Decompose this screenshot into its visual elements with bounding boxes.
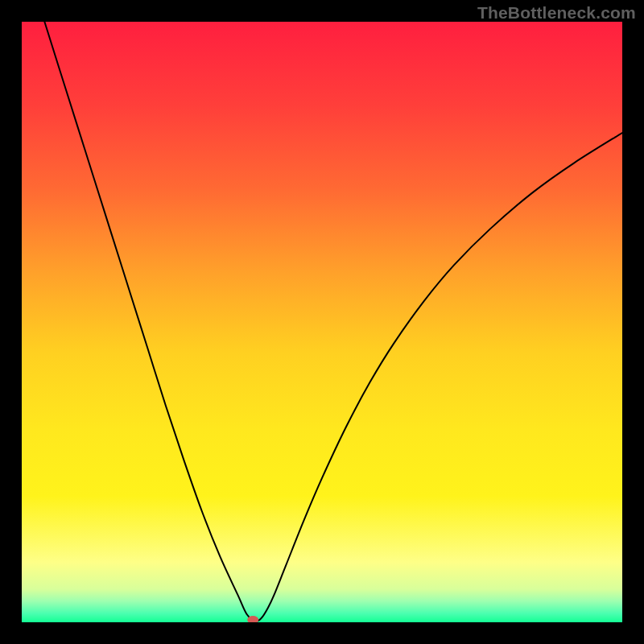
watermark-text: TheBottleneck.com	[477, 3, 636, 23]
chart-frame: TheBottleneck.com	[0, 0, 644, 644]
gradient-background	[22, 22, 622, 622]
plot-area	[22, 22, 622, 622]
chart-svg	[22, 22, 622, 622]
